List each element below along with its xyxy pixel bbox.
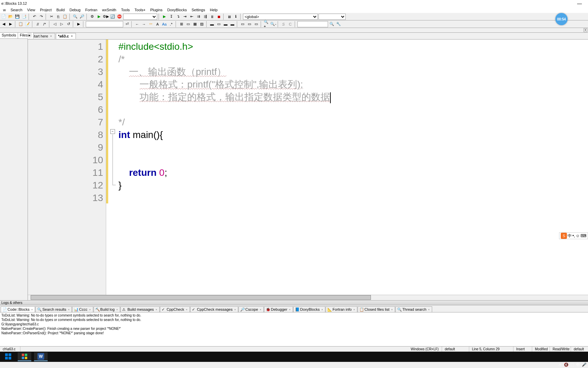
close-icon[interactable]: × xyxy=(88,308,92,311)
tb-icon-11[interactable]: ▭ xyxy=(253,21,259,27)
match-case-button[interactable]: Aa xyxy=(161,21,167,27)
close-icon[interactable]: × xyxy=(427,308,430,311)
word-taskbar-item[interactable]: W xyxy=(34,352,48,361)
close-icon[interactable]: × xyxy=(31,308,34,311)
log-tab[interactable]: 🐞Debugger× xyxy=(264,306,293,312)
redo-button[interactable]: ↷ xyxy=(38,14,44,20)
close-icon[interactable]: × xyxy=(259,308,262,311)
tb-icon-9[interactable]: ▭ xyxy=(240,21,246,27)
build-target-select[interactable] xyxy=(123,14,157,20)
menu-plugins[interactable]: Plugins xyxy=(148,7,165,13)
close-icon[interactable]: × xyxy=(49,34,52,38)
minimize-button[interactable]: — xyxy=(577,1,582,6)
more-tabs-icon[interactable]: ▸ xyxy=(28,33,32,37)
tray-icon[interactable]: ⬚ xyxy=(571,363,574,367)
step-instr-button[interactable]: ⇶ xyxy=(202,14,208,20)
tb-icon-6[interactable]: ▭ xyxy=(216,21,222,27)
menu-view[interactable]: View xyxy=(25,7,38,13)
arrow-right-button[interactable]: → xyxy=(141,21,147,27)
log-tab[interactable]: 📘DoxyBlocks× xyxy=(293,306,325,312)
tray-icon[interactable]: ㅅ xyxy=(558,362,562,367)
step-out-button[interactable]: ⇤ xyxy=(189,14,195,20)
menu-help[interactable]: Help xyxy=(208,7,220,13)
regex-button[interactable]: .* xyxy=(168,21,174,27)
menu-build[interactable]: Build xyxy=(54,7,67,13)
zoom-in-button[interactable]: 🔍+ xyxy=(263,21,270,27)
close-icon[interactable]: × xyxy=(288,308,291,311)
goto-input[interactable] xyxy=(297,21,328,27)
info-button[interactable]: ℹ xyxy=(233,14,239,20)
tray-icon[interactable]: 🔇 xyxy=(564,363,569,367)
ime-logo-icon[interactable]: S xyxy=(561,233,567,239)
code-view[interactable]: #include<stdio.h>/* 一、输出函数（printf） 一般格式：… xyxy=(118,40,588,295)
tb-icon-8[interactable]: ▬ xyxy=(229,21,235,27)
goto-button[interactable]: 🔍 xyxy=(329,21,335,27)
editor-body[interactable]: 12345678910111213 − #include<stdio.h>/* … xyxy=(28,40,588,295)
ime-lang-button[interactable]: 中 xyxy=(568,233,572,239)
log-tab[interactable]: 🔍Thread search× xyxy=(395,306,432,312)
menu-project[interactable]: Project xyxy=(37,7,54,13)
env-button[interactable]: 📋 xyxy=(18,21,24,27)
close-icon[interactable]: × xyxy=(321,308,324,311)
paste-button[interactable]: 📋 xyxy=(62,14,68,20)
editor-settings-button[interactable]: 📝 xyxy=(24,21,31,27)
break-button[interactable]: ⏸ xyxy=(209,14,215,20)
debug-windows-button[interactable]: 🖥 xyxy=(226,14,232,20)
panel-close-icon[interactable]: × xyxy=(584,28,587,32)
save-button[interactable]: 💾 xyxy=(14,14,20,20)
copy-button[interactable]: ⎘ xyxy=(55,14,61,20)
log-tab[interactable]: ✓CppCheck messages× xyxy=(190,306,238,312)
log-tab[interactable]: ✓CppCheck× xyxy=(160,306,190,312)
save-all-button[interactable]: 📑 xyxy=(21,14,27,20)
log-tab[interactable]: 📋Closed files list× xyxy=(358,306,395,312)
nav-back-button[interactable]: ◀ xyxy=(1,21,7,27)
close-icon[interactable]: × xyxy=(390,308,393,311)
menu-wxsmith[interactable]: wxSmith xyxy=(100,7,119,13)
start-button[interactable] xyxy=(1,352,15,361)
menu-tools+[interactable]: Tools+ xyxy=(132,7,148,13)
header-button[interactable]: C xyxy=(287,21,293,27)
ime-emoji-button[interactable]: ☺ xyxy=(576,233,580,238)
next-line-button[interactable]: ↴ xyxy=(175,14,181,20)
horizontal-scrollbar[interactable] xyxy=(28,295,588,300)
build-button[interactable]: ⚙ xyxy=(89,14,95,20)
tb-icon-10[interactable]: ▭ xyxy=(246,21,252,27)
abort-button[interactable]: ⛔ xyxy=(116,14,122,20)
run-button[interactable]: ▶ xyxy=(96,14,102,20)
arrow-left-button[interactable]: ← xyxy=(134,21,140,27)
goto-prev-button[interactable]: ◁ xyxy=(52,21,58,27)
open-button[interactable]: 📂 xyxy=(7,14,14,20)
next-instr-button[interactable]: ⇉ xyxy=(195,14,201,20)
log-tab[interactable]: 📄Code::Blocks× xyxy=(1,306,35,312)
editor-tab[interactable]: *a63.c× xyxy=(56,33,76,39)
stop-button[interactable]: ⏹ xyxy=(216,14,222,20)
codeblocks-taskbar-item[interactable] xyxy=(18,352,31,361)
search-go-button[interactable]: ⏎ xyxy=(124,21,130,27)
tray-icon[interactable]: 中 xyxy=(576,362,580,367)
nav-fwd-button[interactable]: ▶ xyxy=(7,21,14,27)
func-select[interactable] xyxy=(318,14,346,20)
step-into-button[interactable]: ⇥ xyxy=(182,14,188,20)
menu-settings[interactable]: Settings xyxy=(189,7,208,13)
options-button[interactable]: 🔧 xyxy=(336,21,342,27)
debug-run-button[interactable]: ▶ xyxy=(161,14,167,20)
cut-button[interactable]: ✂ xyxy=(48,14,54,20)
tb-icon-4[interactable]: ▨ xyxy=(199,21,205,27)
ime-keyboard-button[interactable]: ⌨ xyxy=(581,233,586,238)
new-file-button[interactable]: 📄 xyxy=(1,14,7,20)
tray-icon[interactable]: 🎤 xyxy=(582,363,587,367)
undo-button[interactable]: ↶ xyxy=(31,14,37,20)
doxy-comment-button[interactable]: // xyxy=(35,21,41,27)
jump-button[interactable]: ▶ xyxy=(76,21,82,27)
close-icon[interactable]: × xyxy=(155,308,158,311)
source-button[interactable]: S xyxy=(280,21,287,27)
goto-next-button[interactable]: ▷ xyxy=(59,21,65,27)
tb-icon-7[interactable]: ▬ xyxy=(223,21,229,27)
rebuild-button[interactable]: 🔄 xyxy=(110,14,116,20)
build-run-button[interactable]: ⚙▶ xyxy=(103,14,109,20)
close-icon[interactable]: × xyxy=(233,308,236,311)
close-icon[interactable]: × xyxy=(67,308,70,311)
menu-doxyblocks[interactable]: DoxyBlocks xyxy=(165,7,189,13)
menu-w[interactable]: w xyxy=(1,7,8,13)
log-tab[interactable]: 🔎Cscope× xyxy=(239,306,264,312)
